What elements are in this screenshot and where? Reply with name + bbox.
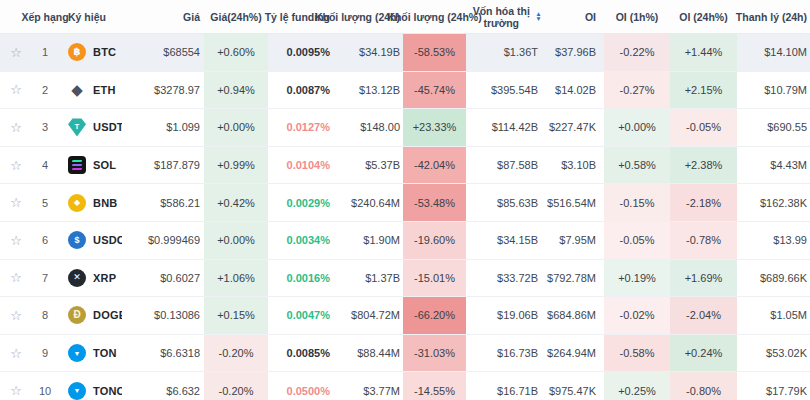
- funding-rate-cell: 0.0034%: [268, 222, 334, 259]
- table-row[interactable]: ☆8ÐDOGE$0.13086+0.15%0.0047%$804.72M-66.…: [0, 297, 810, 335]
- favorite-cell: ☆: [0, 372, 32, 400]
- column-header-mcap[interactable]: Vốn hóa thị trường▲▼: [466, 0, 546, 33]
- price-change-24h-cell: +0.15%: [204, 297, 268, 334]
- column-header-rank[interactable]: Xếp hạng: [32, 0, 58, 33]
- star-icon[interactable]: ☆: [10, 195, 22, 210]
- rank-cell: 3: [32, 109, 58, 146]
- star-icon[interactable]: ☆: [10, 120, 22, 135]
- table-row[interactable]: ☆7✕XRP$0.6027+1.06%0.0016%$1.37B-15.01%$…: [0, 260, 810, 298]
- toncoin-icon: ▼: [68, 382, 86, 400]
- price-change-24h-cell: +0.00%: [204, 109, 268, 146]
- symbol-cell[interactable]: SOL: [58, 147, 122, 184]
- eth-icon-glyph: ◆: [71, 82, 83, 97]
- oi-change-24h-cell: +1.69%: [670, 260, 737, 297]
- liquidation-24h-cell: $53.02K: [737, 335, 810, 372]
- star-icon[interactable]: ☆: [10, 82, 22, 97]
- sort-icon[interactable]: ▲▼: [535, 12, 541, 21]
- oi-change-24h-cell: -0.80%: [670, 372, 737, 400]
- column-header-oi[interactable]: OI: [546, 0, 604, 33]
- open-interest-cell: $516.54M: [546, 184, 604, 221]
- funding-rate-cell: 0.0127%: [268, 109, 334, 146]
- volume-24h-cell: $88.44M: [334, 335, 403, 372]
- price-cell: $187.879: [122, 147, 204, 184]
- price-cell: $586.21: [122, 184, 204, 221]
- funding-rate-cell: 0.0029%: [268, 184, 334, 221]
- star-icon[interactable]: ☆: [10, 158, 22, 173]
- usdc-icon: $: [68, 231, 86, 249]
- oi-change-24h-cell: -2.04%: [670, 297, 737, 334]
- volume-24h-cell: $3.77M: [334, 372, 403, 400]
- market-cap-cell: $34.15B: [466, 222, 546, 259]
- table-row[interactable]: ☆4SOL$187.879+0.99%0.0104%$5.37B-42.04%$…: [0, 147, 810, 185]
- ton-icon-glyph: ▼: [74, 350, 81, 357]
- funding-rate-cell: 0.0016%: [268, 260, 334, 297]
- volume-change-24h-cell: -42.04%: [403, 147, 466, 184]
- column-header-chg24h[interactable]: Giá(24h%): [204, 0, 268, 33]
- favorite-cell: ☆: [0, 34, 32, 71]
- table-row[interactable]: ☆1฿BTC$68554+0.60%0.0095%$34.19B-58.53%$…: [0, 34, 810, 72]
- price-change-24h-cell: -0.20%: [204, 335, 268, 372]
- column-header-symbol[interactable]: Ký hiệu: [58, 0, 122, 33]
- symbol-cell[interactable]: ▼TONCOIN: [58, 372, 122, 400]
- column-header-liq[interactable]: Thanh lý (24h): [737, 0, 810, 33]
- symbol-label: USDC: [93, 234, 122, 246]
- star-icon[interactable]: ☆: [10, 45, 22, 60]
- rank-cell: 2: [32, 72, 58, 109]
- symbol-label: TON: [93, 347, 117, 359]
- price-cell: $1.099: [122, 109, 204, 146]
- price-change-24h-cell: +0.60%: [204, 34, 268, 71]
- symbol-cell[interactable]: ÐDOGE: [58, 297, 122, 334]
- star-icon[interactable]: ☆: [10, 346, 22, 361]
- symbol-cell[interactable]: TUSDT: [58, 109, 122, 146]
- xrp-icon-glyph: ✕: [73, 273, 81, 282]
- column-header-vol_chg[interactable]: Khối lượng (24h%): [403, 0, 466, 33]
- table-row[interactable]: ☆6$USDC$0.999469+0.00%0.0034%$1.90M-19.6…: [0, 222, 810, 260]
- market-cap-cell: $16.73B: [466, 335, 546, 372]
- volume-24h-cell: $34.19B: [334, 34, 403, 71]
- volume-24h-cell: $240.64M: [334, 184, 403, 221]
- favorite-cell: ☆: [0, 147, 32, 184]
- price-change-24h-cell: +0.94%: [204, 72, 268, 109]
- symbol-cell[interactable]: ✕XRP: [58, 260, 122, 297]
- symbol-cell[interactable]: ฿BTC: [58, 34, 122, 71]
- table-row[interactable]: ☆9▼TON$6.6318-0.20%0.0085%$88.44M-31.03%…: [0, 335, 810, 373]
- volume-change-24h-cell: -19.60%: [403, 222, 466, 259]
- symbol-cell[interactable]: $USDC: [58, 222, 122, 259]
- star-icon[interactable]: ☆: [10, 270, 22, 285]
- table-header-row: Xếp hạngKý hiệuGiáGiá(24h%)Tỷ lệ funding…: [0, 0, 810, 34]
- star-icon[interactable]: ☆: [10, 383, 22, 398]
- star-icon[interactable]: ☆: [10, 308, 22, 323]
- crypto-futures-table: Xếp hạngKý hiệuGiáGiá(24h%)Tỷ lệ funding…: [0, 0, 810, 400]
- table-row[interactable]: ☆3TUSDT$1.099+0.00%0.0127%$148.00+23.33%…: [0, 109, 810, 147]
- star-icon[interactable]: ☆: [10, 233, 22, 248]
- volume-24h-cell: $5.37B: [334, 147, 403, 184]
- funding-rate-cell: 0.0095%: [268, 34, 334, 71]
- symbol-cell[interactable]: ◆ETH: [58, 72, 122, 109]
- oi-change-24h-cell: +2.15%: [670, 72, 737, 109]
- price-change-24h-cell: +1.06%: [204, 260, 268, 297]
- symbol-cell[interactable]: ▼TON: [58, 335, 122, 372]
- column-header-price[interactable]: Giá: [122, 0, 204, 33]
- column-header-oi1h[interactable]: OI (1h%): [604, 0, 670, 33]
- liquidation-24h-cell: $689.66K: [737, 260, 810, 297]
- oi-change-24h-cell: +0.24%: [670, 335, 737, 372]
- open-interest-cell: $3.10B: [546, 147, 604, 184]
- table-row[interactable]: ☆5◆BNB$586.21+0.42%0.0029%$240.64M-53.48…: [0, 184, 810, 222]
- table-row[interactable]: ☆2◆ETH$3278.97+0.94%0.0087%$13.12B-45.74…: [0, 72, 810, 110]
- table-row[interactable]: ☆10▼TONCOIN$6.632-0.20%0.0500%$3.77M-14.…: [0, 372, 810, 400]
- volume-24h-cell: $13.12B: [334, 72, 403, 109]
- ton-icon: ▼: [68, 344, 86, 362]
- volume-change-24h-cell: -53.48%: [403, 184, 466, 221]
- symbol-cell[interactable]: ◆BNB: [58, 184, 122, 221]
- open-interest-cell: $264.94M: [546, 335, 604, 372]
- rank-cell: 8: [32, 297, 58, 334]
- oi-change-1h-cell: -0.02%: [604, 297, 670, 334]
- oi-change-24h-cell: -0.05%: [670, 109, 737, 146]
- rank-cell: 7: [32, 260, 58, 297]
- oi-change-24h-cell: +1.44%: [670, 34, 737, 71]
- column-header-oi24h[interactable]: OI (24h%): [670, 0, 737, 33]
- volume-change-24h-cell: -15.01%: [403, 260, 466, 297]
- oi-change-1h-cell: -0.27%: [604, 72, 670, 109]
- open-interest-cell: $37.96B: [546, 34, 604, 71]
- market-cap-cell: $16.71B: [466, 372, 546, 400]
